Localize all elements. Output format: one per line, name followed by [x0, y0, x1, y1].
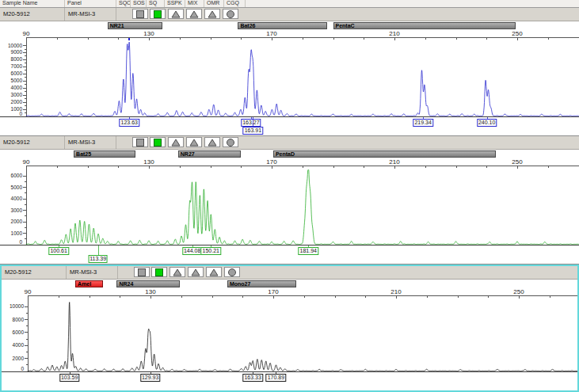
- marker-bar-bat25: Bat25: [74, 150, 135, 158]
- header-cell-omr: OMR: [204, 0, 224, 7]
- peak-size-label[interactable]: 163.91: [243, 127, 263, 135]
- x-tick-label: 250: [513, 288, 524, 295]
- square-icon: [136, 139, 144, 147]
- x-axis-tick: [333, 166, 334, 168]
- peak-size-label[interactable]: 103.59: [59, 374, 79, 382]
- x-axis-tick: [427, 296, 428, 298]
- x-axis-tick: [548, 38, 549, 40]
- x-axis-tick: [241, 166, 242, 168]
- x-tick-label: 90: [23, 158, 30, 166]
- flag-cgq-indicator: [223, 137, 238, 147]
- x-axis-tick: [241, 38, 242, 40]
- samples-table-header: Sample Name Panel SQO SOS SQ SSPK MIX OM…: [0, 0, 579, 8]
- triangle-icon: [189, 10, 199, 18]
- flag-sspk-indicator: [168, 137, 184, 147]
- x-tick-label: 130: [145, 288, 155, 295]
- header-cell-cgq: CGQ: [224, 0, 246, 7]
- sample-panel-black[interactable]: M20-5912 MR-MSI-3 AmelNR24Mono27 9013017…: [0, 265, 579, 392]
- x-axis-tick: [180, 38, 181, 40]
- circle-icon: [227, 10, 234, 18]
- marker-bar-mono27: Mono27: [227, 280, 296, 287]
- peak-size-label[interactable]: 123.63: [120, 119, 139, 127]
- x-axis-tick: [90, 296, 90, 298]
- sample-panel-blue[interactable]: M20-5912 MR-MSI-3 NR21Bat26PentaC 901301…: [0, 8, 579, 136]
- genemapper-samples-plot: { "header": { "columns": ["Sample Name",…: [0, 0, 579, 392]
- flag-mix-indicator: [188, 267, 204, 277]
- marker-bar-row: Bat25NR27PentaD: [0, 150, 579, 158]
- x-tick-label: 250: [512, 158, 522, 166]
- peak-size-label[interactable]: 170.89: [266, 374, 286, 382]
- x-axis-tick: [550, 296, 550, 298]
- square-icon: [154, 139, 162, 147]
- electropherogram-plot[interactable]: 0100020003000400050006000: [0, 169, 579, 245]
- x-tick-label: 210: [389, 158, 399, 166]
- peak-size-label[interactable]: 240.10: [477, 119, 497, 127]
- x-axis-tick: [180, 166, 181, 168]
- sample-info-row: M20-5912 MR-MSI-3: [0, 8, 579, 21]
- triangle-icon: [173, 268, 182, 276]
- marker-bar-amel: Amel: [75, 280, 103, 287]
- x-axis-tick: [458, 296, 459, 298]
- x-axis: 90130170210250: [2, 288, 577, 299]
- x-tick-label: 250: [512, 30, 522, 37]
- x-tick-label: 170: [266, 30, 276, 37]
- flag-mix-indicator: [186, 9, 202, 19]
- x-axis-line: [28, 295, 577, 296]
- sample-panel-green[interactable]: M20-5912 MR-MSI-3 Bat25NR27PentaD 901301…: [0, 136, 579, 265]
- peak-labels-row: 123.63163.27163.91219.34240.10: [0, 117, 579, 136]
- triangle-icon: [189, 139, 199, 147]
- x-axis-tick: [364, 166, 364, 168]
- x-tick-label: 130: [143, 30, 154, 37]
- x-tick-label: 170: [268, 288, 278, 295]
- x-axis: 90130170210250: [0, 158, 579, 169]
- marker-bar-pentac: PentaC: [333, 22, 516, 29]
- electropherogram-plot[interactable]: 0100020003000400050006000700080009000100…: [0, 40, 579, 117]
- marker-bar-row: AmelNR24Mono27: [2, 280, 577, 288]
- header-cell-mix: MIX: [185, 0, 204, 7]
- sample-info-row: M20-5912 MR-MSI-3: [0, 136, 579, 150]
- x-axis-tick: [335, 296, 336, 298]
- triangle-icon: [171, 10, 181, 18]
- peak-size-label[interactable]: 113.39: [88, 255, 108, 263]
- marker-bar-pentad: PentaD: [273, 150, 496, 158]
- triangle-icon: [209, 268, 219, 276]
- x-axis-tick: [548, 166, 549, 168]
- marker-bar-row: NR21Bat26PentaC: [0, 21, 579, 30]
- electropherogram-trace: [0, 40, 579, 116]
- marker-bar-nr24: NR24: [116, 280, 179, 287]
- header-cell-sos: SOS: [131, 0, 147, 7]
- x-axis-tick: [57, 38, 58, 40]
- peak-size-label[interactable]: 163.27: [241, 119, 261, 127]
- peak-size-label[interactable]: 100.61: [48, 247, 68, 255]
- flag-omr-indicator: [204, 137, 220, 147]
- flag-sq-indicator: [150, 137, 166, 147]
- x-axis-tick: [303, 166, 303, 168]
- flag-sq-indicator: [150, 9, 166, 19]
- peak-size-label[interactable]: 129.93: [140, 374, 160, 382]
- flag-mix-indicator: [186, 137, 202, 147]
- peak-size-label[interactable]: 163.33: [242, 374, 262, 382]
- x-axis-tick: [456, 166, 457, 168]
- x-axis-tick: [211, 38, 211, 40]
- marker-bar-bat26: Bat26: [238, 22, 326, 29]
- panel-name: MR-MSI-3: [65, 8, 116, 21]
- x-axis-tick: [425, 166, 426, 168]
- x-tick-label: 210: [390, 288, 401, 295]
- header-cell-sample-name: Sample Name: [0, 0, 65, 7]
- x-tick-label: 90: [23, 30, 30, 37]
- x-axis-tick: [181, 296, 182, 298]
- header-cell-sqo: SQO: [116, 0, 131, 7]
- triangle-icon: [208, 10, 217, 18]
- peak-size-label[interactable]: 181.94: [299, 247, 318, 255]
- peak-size-label[interactable]: 144.08: [182, 247, 202, 255]
- peak-label-connector: [98, 245, 99, 255]
- x-axis-tick: [118, 166, 119, 168]
- x-axis-tick: [212, 296, 213, 298]
- x-axis-tick: [59, 296, 59, 298]
- peak-size-label[interactable]: 219.34: [413, 119, 432, 127]
- x-axis-tick: [486, 38, 487, 40]
- electropherogram-plot[interactable]: 0200040006000800010000: [2, 299, 577, 372]
- flag-omr-indicator: [206, 267, 222, 277]
- x-axis-tick: [364, 38, 364, 40]
- peak-size-label[interactable]: 150.21: [201, 247, 221, 255]
